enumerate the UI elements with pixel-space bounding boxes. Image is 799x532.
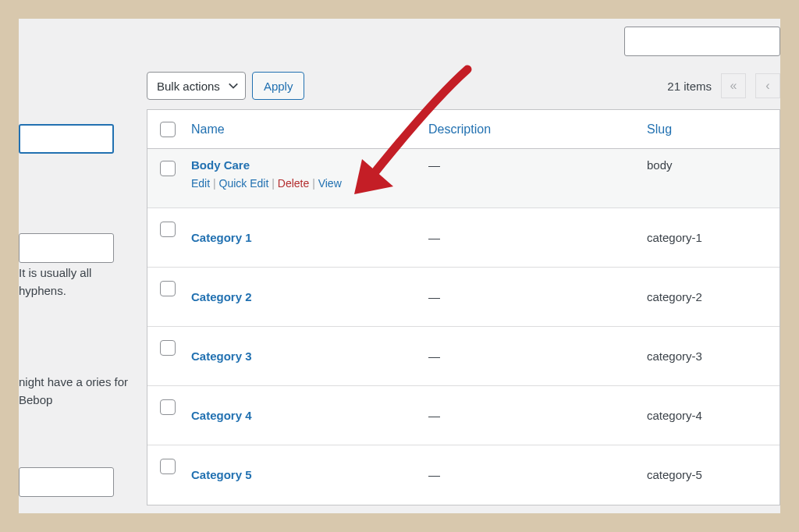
table-row: Category 5 — category-5 [147, 445, 779, 505]
category-name-link[interactable]: Category 2 [191, 290, 252, 303]
description-cell: — [428, 290, 440, 303]
row-checkbox[interactable] [160, 399, 176, 415]
sidebar-input-3[interactable] [19, 467, 114, 497]
select-all-checkbox[interactable] [160, 122, 176, 137]
pagination-prev-button[interactable]: ‹ [755, 73, 780, 98]
slug-cell: category-1 [647, 231, 702, 244]
slug-cell: category-4 [647, 409, 702, 422]
table-row: Body Care Edit | Quick Edit | Delete | V… [147, 149, 779, 208]
category-name-link[interactable]: Category 5 [191, 468, 252, 481]
sidebar-help-text-1: It is usually all hyphens. [19, 264, 136, 300]
row-checkbox[interactable] [160, 161, 176, 176]
column-header-name[interactable]: Name [191, 122, 225, 136]
sidebar-input-2[interactable] [19, 233, 114, 263]
slug-cell: category-5 [647, 468, 702, 481]
bulk-actions-select[interactable]: Bulk actions [147, 72, 246, 100]
chevron-down-icon [228, 80, 239, 91]
description-cell: — [428, 158, 440, 172]
category-name-link[interactable]: Category 3 [191, 349, 252, 363]
description-cell: — [428, 409, 440, 422]
edit-link[interactable]: Edit [191, 177, 210, 190]
category-name-link[interactable]: Category 4 [191, 409, 252, 422]
items-count: 21 items [667, 80, 712, 93]
delete-link[interactable]: Delete [278, 177, 309, 190]
sidebar-input-1[interactable] [19, 124, 114, 154]
table-row: Category 4 — category-4 [147, 386, 779, 445]
pagination-first-button[interactable]: « [721, 73, 746, 98]
row-checkbox[interactable] [160, 281, 176, 296]
quick-edit-link[interactable]: Quick Edit [219, 177, 269, 190]
admin-panel: It is usually all hyphens. night have a … [19, 19, 780, 513]
description-cell: — [428, 349, 440, 363]
categories-table: Name Description Slug Body Care Edit | Q… [147, 109, 780, 505]
description-cell: — [428, 468, 440, 481]
table-row: Category 1 — category-1 [147, 208, 779, 268]
slug-cell: category-2 [647, 290, 702, 303]
sidebar-help-text-2: night have a ories for Bebop [19, 374, 136, 409]
category-name-link[interactable]: Body Care [191, 158, 250, 172]
column-header-description[interactable]: Description [428, 122, 491, 136]
category-name-link[interactable]: Category 1 [191, 231, 252, 244]
row-checkbox[interactable] [160, 459, 176, 474]
table-header: Name Description Slug [147, 110, 779, 149]
column-header-slug[interactable]: Slug [647, 122, 672, 136]
description-cell: — [428, 231, 440, 244]
table-row: Category 3 — category-3 [147, 327, 779, 386]
bulk-actions-label: Bulk actions [157, 80, 220, 93]
search-input[interactable] [624, 27, 780, 56]
row-actions: Edit | Quick Edit | Delete | View [191, 177, 428, 190]
slug-cell: category-3 [647, 349, 702, 363]
apply-button[interactable]: Apply [252, 72, 305, 100]
table-row: Category 2 — category-2 [147, 268, 779, 327]
row-checkbox[interactable] [160, 340, 176, 356]
bulk-actions-bar: Bulk actions Apply 21 items « ‹ [147, 69, 780, 103]
row-checkbox[interactable] [160, 222, 176, 237]
slug-cell: body [647, 158, 673, 172]
view-link[interactable]: View [318, 177, 342, 190]
